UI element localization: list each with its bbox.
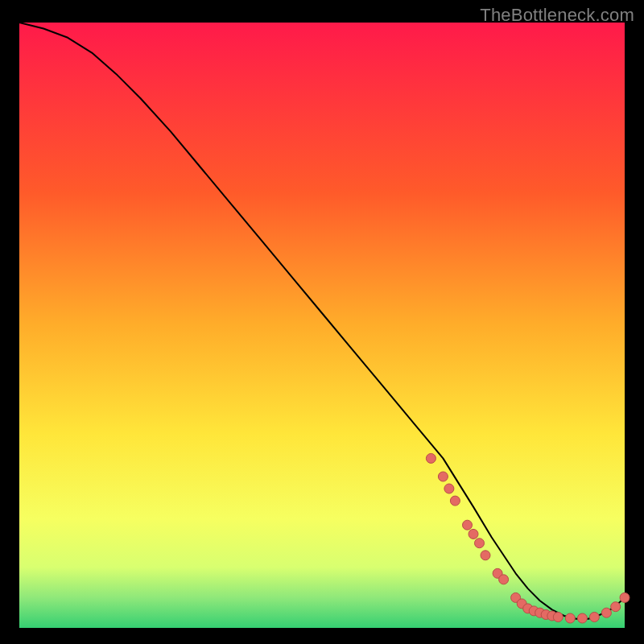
data-point [601, 608, 611, 617]
data-point [577, 613, 587, 623]
data-point [450, 496, 460, 506]
data-point [620, 592, 630, 602]
data-point [469, 529, 478, 539]
watermark-text: TheBottleneck.com [480, 5, 634, 26]
data-point [611, 602, 621, 612]
gradient-panel [19, 23, 625, 628]
chart-stage: TheBottleneck.com [0, 0, 644, 644]
data-point [444, 484, 454, 493]
data-point [553, 613, 563, 622]
data-point [565, 613, 575, 623]
data-point [475, 539, 485, 548]
data-point [438, 472, 448, 481]
data-point [463, 520, 473, 530]
data-point [481, 551, 490, 560]
chart-svg [0, 0, 644, 644]
data-point [426, 453, 436, 463]
data-point [589, 613, 599, 622]
data-point [499, 575, 509, 584]
